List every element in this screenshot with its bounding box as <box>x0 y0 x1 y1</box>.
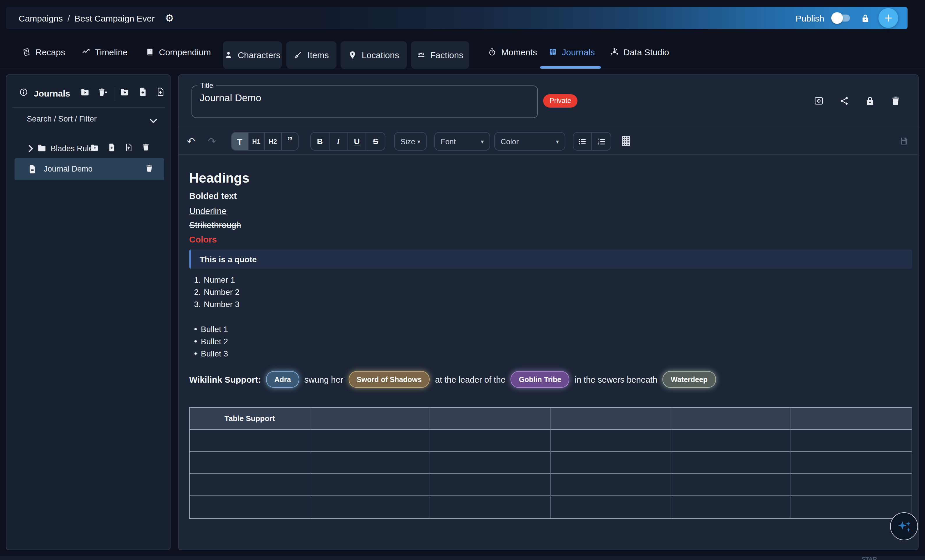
strikethrough-button[interactable]: S <box>366 132 385 150</box>
h1-format-button[interactable]: H1 <box>248 132 265 150</box>
privacy-badge[interactable]: Private <box>543 94 578 108</box>
table-header-cell[interactable]: Table Support <box>190 408 310 430</box>
campaign-settings-gear-icon[interactable]: ⚙ <box>165 13 174 23</box>
table-cell[interactable] <box>791 474 911 496</box>
blockquote-button[interactable]: ” <box>282 132 298 150</box>
size-select[interactable]: Size ▾ <box>394 132 427 151</box>
add-button[interactable] <box>878 8 898 28</box>
underline-button[interactable]: U <box>348 132 366 150</box>
content-colors-line[interactable]: Colors <box>189 234 217 244</box>
breadcrumb-root[interactable]: Campaigns <box>19 13 63 23</box>
import-document-icon[interactable] <box>157 87 164 96</box>
save-button[interactable] <box>899 137 908 146</box>
table-cell[interactable] <box>310 452 430 474</box>
table-cell[interactable] <box>431 452 551 474</box>
search-sort-filter-toggle[interactable]: Search / Sort / Filter <box>27 114 96 123</box>
font-select[interactable]: Font ▾ <box>434 132 490 151</box>
table-cell[interactable] <box>551 474 671 496</box>
wikilink-pill-sword-of-shadows[interactable]: Sword of Shadows <box>349 372 429 387</box>
table-cell[interactable] <box>791 430 911 452</box>
table-header-cell[interactable] <box>551 408 671 430</box>
table-cell[interactable] <box>791 452 911 474</box>
title-input[interactable] <box>200 93 526 104</box>
table-cell[interactable] <box>190 452 310 474</box>
folder-import-document-icon[interactable] <box>125 143 132 152</box>
table-header-cell[interactable] <box>671 408 791 430</box>
table-cell[interactable] <box>431 430 551 452</box>
paragraph-format-button[interactable]: T <box>232 132 248 150</box>
publish-toggle[interactable] <box>833 15 850 21</box>
tab-characters[interactable]: Characters <box>223 41 282 69</box>
info-icon[interactable] <box>19 88 28 96</box>
table-cell[interactable] <box>431 496 551 518</box>
wikilink-pill-goblin-tribe[interactable]: Goblin Tribe <box>511 372 569 387</box>
tab-data-studio[interactable]: Data Studio <box>610 42 669 62</box>
content-underline-line[interactable]: Underline <box>189 206 226 216</box>
tab-items[interactable]: Items <box>286 41 336 69</box>
journal-list-item-selected[interactable]: Journal Demo <box>15 158 164 180</box>
folder-new-document-icon[interactable] <box>108 143 115 152</box>
delete-journal-icon[interactable] <box>888 93 902 109</box>
lock-icon[interactable] <box>861 14 870 23</box>
tab-compendium[interactable]: Compendium <box>146 42 211 62</box>
ordered-list-item[interactable]: 3. Number 3 <box>191 299 240 309</box>
bullet-list-item[interactable]: Bullet 3 <box>201 349 228 358</box>
table-cell[interactable] <box>671 496 791 518</box>
ordered-list-item[interactable]: 1. Numer 1 <box>191 275 235 284</box>
table-cell[interactable] <box>310 430 430 452</box>
wikilink-pill-adra[interactable]: Adra <box>267 372 298 387</box>
table-cell[interactable] <box>791 496 911 518</box>
folder-name[interactable]: Blades Rules <box>51 144 97 153</box>
new-document-icon[interactable] <box>139 87 147 96</box>
table-cell[interactable] <box>551 496 671 518</box>
italic-button[interactable]: I <box>330 132 348 150</box>
table-cell[interactable] <box>671 452 791 474</box>
sweep-delete-icon[interactable] <box>98 88 107 96</box>
table-cell[interactable] <box>551 452 671 474</box>
tab-recaps[interactable]: Recaps <box>22 42 65 62</box>
tab-factions[interactable]: Factions <box>411 41 469 69</box>
tab-locations[interactable]: Locations <box>340 41 407 69</box>
table-header-cell[interactable] <box>310 408 430 430</box>
folder-expand-chevron-icon[interactable] <box>26 145 33 152</box>
table-cell[interactable] <box>551 430 671 452</box>
move-to-folder-icon[interactable] <box>81 89 90 96</box>
preview-icon[interactable] <box>812 93 826 109</box>
chevron-down-icon[interactable] <box>150 116 157 123</box>
ordered-list-item[interactable]: 2. Number 2 <box>191 287 240 297</box>
bullet-list-item[interactable]: Bullet 2 <box>201 337 228 346</box>
redo-button[interactable]: ↷ <box>208 128 216 155</box>
numbered-list-button[interactable]: 123 <box>592 132 611 150</box>
new-folder-icon[interactable] <box>121 89 129 96</box>
lock-icon[interactable] <box>863 93 877 109</box>
color-select[interactable]: Color ▾ <box>494 132 565 151</box>
table-cell[interactable] <box>190 430 310 452</box>
content-bold-line[interactable]: Bolded text <box>189 191 237 201</box>
content-blockquote[interactable]: This is a quote <box>189 249 912 269</box>
tab-journals[interactable]: Journals <box>548 42 595 62</box>
undo-button[interactable]: ↶ <box>187 128 195 155</box>
folder-new-folder-icon[interactable] <box>91 144 99 151</box>
table-cell[interactable] <box>190 496 310 518</box>
tab-moments[interactable]: Moments <box>488 42 537 62</box>
folder-delete-icon[interactable] <box>142 143 150 151</box>
bullet-list-button[interactable] <box>573 132 592 150</box>
table-cell[interactable] <box>190 474 310 496</box>
table-cell[interactable] <box>431 474 551 496</box>
content-strikethrough-line[interactable]: Strikethrough <box>189 220 241 230</box>
table-cell[interactable] <box>671 430 791 452</box>
journal-delete-icon[interactable] <box>146 164 153 173</box>
table-header-cell[interactable] <box>431 408 551 430</box>
bullet-list-item[interactable]: Bullet 1 <box>201 324 228 334</box>
tab-timeline[interactable]: Timeline <box>81 42 128 62</box>
table-cell[interactable] <box>310 496 430 518</box>
insert-table-button[interactable] <box>622 136 630 146</box>
ai-assistant-button[interactable] <box>890 512 918 540</box>
h2-format-button[interactable]: H2 <box>265 132 282 150</box>
table-cell[interactable] <box>310 474 430 496</box>
table-cell[interactable] <box>671 474 791 496</box>
bold-button[interactable]: B <box>311 132 330 150</box>
wikilink-pill-waterdeep[interactable]: Waterdeep <box>663 372 715 387</box>
table-header-cell[interactable] <box>791 408 911 430</box>
share-icon[interactable] <box>837 93 851 109</box>
